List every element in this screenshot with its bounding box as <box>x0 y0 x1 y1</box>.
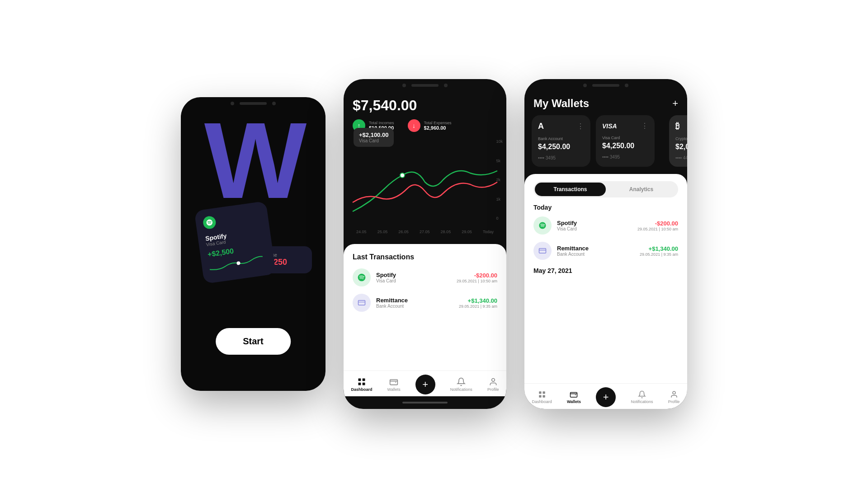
x-label-2505: 25.05 <box>377 230 388 234</box>
tooltip-amount: +$2,100.00 <box>359 131 388 138</box>
wallet-card-bank: A ⋮ Bank Account $4,250.00 •••• 3495 <box>532 115 590 167</box>
y-label-2k: 2k <box>496 178 503 182</box>
phone2-top <box>344 79 506 90</box>
wallets-panel: Transactions Analytics Today Spo <box>524 174 687 396</box>
svg-point-1 <box>400 173 405 178</box>
nav-notifications[interactable]: Notifications <box>450 377 472 392</box>
wallets-tx-remit-name: Remittance <box>557 245 634 252</box>
phone-3: My Wallets + A ⋮ Bank Account $4,250.00 … <box>524 79 687 409</box>
wcard-visa-dots[interactable]: ⋮ <box>641 122 648 130</box>
wcard-bank-type: Bank Account <box>538 136 584 141</box>
phone2-speaker <box>411 84 439 87</box>
svg-rect-14 <box>571 393 577 398</box>
svg-rect-12 <box>539 395 541 398</box>
phone-1: W Spotify Visa Card +$2,500 <box>181 97 326 391</box>
phone1-screen: W Spotify Visa Card +$2,500 <box>181 97 326 391</box>
profile-icon <box>489 377 498 386</box>
last-transactions-title: Last Transactions <box>353 253 497 261</box>
phone3-dot2 <box>625 84 628 87</box>
tx-remit-info: Remittance Bank Account <box>376 297 453 309</box>
wallets-nav-notifications[interactable]: Notifications <box>631 390 653 404</box>
wallets-add-button[interactable]: + <box>672 98 678 109</box>
wallets-tx-remit-right: +$1,340.00 29.05.2021 | 9:35 am <box>640 245 678 257</box>
svg-rect-2 <box>359 300 365 305</box>
y-label-1k: 1k <box>496 197 503 202</box>
tx-item-spotify: Spotify Visa Card -$200.00 29.05.2021 | … <box>353 268 497 286</box>
wallets-nav-add-button[interactable]: + <box>596 387 616 407</box>
wcard-bank-dots[interactable]: ⋮ <box>577 122 584 131</box>
x-label-2805: 28.05 <box>441 230 451 234</box>
wallets-notifications-icon <box>638 390 646 399</box>
y-label-10k: 10k <box>496 139 503 144</box>
wallets-nav-wallets-label: Wallets <box>567 399 581 404</box>
svg-point-0 <box>236 261 241 265</box>
wcard-crypto-balance: $2,040.00 <box>675 143 687 151</box>
tx-remit-right: +$1,340.00 29.05.2021 | 9:35 am <box>459 297 497 309</box>
wallets-nav-profile[interactable]: Profile <box>668 390 680 404</box>
notifications-icon <box>457 377 466 386</box>
wallets-tx-spotify-amount: -$200.00 <box>637 220 678 227</box>
nav-add-button[interactable]: + <box>415 375 435 394</box>
wallets-header: My Wallets + <box>524 90 687 115</box>
svg-point-8 <box>491 379 495 382</box>
nav-wallets-label: Wallets <box>387 387 401 392</box>
svg-rect-4 <box>363 379 365 381</box>
svg-rect-5 <box>359 383 361 385</box>
nav-dashboard[interactable]: Dashboard <box>351 377 373 392</box>
wallets-tx-remit-date: 29.05.2021 | 9:35 am <box>640 252 678 257</box>
wcard-bank-balance: $4,250.00 <box>538 143 584 151</box>
chart-y-labels: 10k 5k 2k 1k 0 <box>496 139 503 221</box>
tab-transactions[interactable]: Transactions <box>535 183 606 196</box>
dashboard-balance: $7,540.00 <box>353 97 497 114</box>
wallets-nav-wallets[interactable]: Wallets <box>567 390 581 404</box>
x-label-2405: 24.05 <box>356 230 367 234</box>
wallet-cards-row: A ⋮ Bank Account $4,250.00 •••• 3495 VIS… <box>524 115 687 167</box>
x-label-2605: 26.05 <box>398 230 409 234</box>
wcard-visa-balance: $4,250.00 <box>602 142 648 150</box>
phone2-dot1 <box>402 84 406 87</box>
w-letter: W <box>204 106 302 215</box>
dashboard-bottom-nav: Dashboard Wallets + <box>344 371 506 396</box>
wcard-crypto-type: Crypto Account <box>675 136 687 141</box>
svg-rect-3 <box>359 379 361 381</box>
svg-rect-6 <box>363 383 365 385</box>
wallets-tx-spotify-right: -$200.00 29.05.2021 | 10:50 am <box>637 220 678 231</box>
wallets-tx-spotify-name: Spotify <box>557 220 632 226</box>
wcard-bank-logo: A <box>538 122 544 131</box>
wcard-visa-top: VISA ⋮ <box>602 122 648 130</box>
nav-profile[interactable]: Profile <box>487 377 499 392</box>
nav-wallets[interactable]: Wallets <box>387 377 401 392</box>
nav-profile-label: Profile <box>487 387 499 392</box>
wcard-crypto-number: •••• 4422 <box>675 155 687 160</box>
tab-analytics[interactable]: Analytics <box>606 183 677 196</box>
income-label: Total Incomes <box>369 121 394 125</box>
expense-item: ↓ Total Expenses $2,960.00 <box>408 119 452 132</box>
wallets-tx-spotify-date: 29.05.2021 | 10:50 am <box>637 227 678 231</box>
may27-label: May 27, 2021 <box>533 267 678 274</box>
tx-remit-amount: +$1,340.00 <box>459 297 497 304</box>
svg-rect-7 <box>390 380 398 385</box>
start-button[interactable]: Start <box>216 328 291 355</box>
phone2-dot2 <box>444 84 448 87</box>
expense-label-text: Total Expenses <box>424 121 452 125</box>
wallets-tx-remit-icon <box>533 242 552 260</box>
today-section-label: Today <box>533 204 678 211</box>
x-label-2705: 27.05 <box>420 230 430 234</box>
phone2-home <box>402 402 448 404</box>
nav-dashboard-label: Dashboard <box>351 387 373 392</box>
tx-remit-icon <box>353 294 371 312</box>
wallet-card-crypto: ₿ ⋮ Crypto Account $2,040.00 •••• 4422 <box>669 115 687 167</box>
wallet-card-visa: VISA ⋮ Visa Card $4,250.00 •••• 3495 <box>596 115 655 167</box>
wallets-tx-remit-amount: +$1,340.00 <box>640 245 678 252</box>
svg-rect-10 <box>539 391 541 394</box>
phone-2: $7,540.00 ↑ Total Incomes $10,500.00 ↓ <box>344 79 506 409</box>
chart-x-labels: 24.05 25.05 26.05 27.05 28.05 29.05 Toda… <box>344 230 506 234</box>
wcard-crypto-top: ₿ ⋮ <box>675 122 687 131</box>
wallets-nav-dashboard[interactable]: Dashboard <box>532 390 552 404</box>
chart-area: 10k 5k 2k 1k 0 24.05 25.05 26.05 27.05 2… <box>344 139 506 239</box>
wallets-nav-notifications-label: Notifications <box>631 399 653 404</box>
tx-spotify-icon <box>353 268 371 286</box>
wallets-tx-spotify: Spotify Visa Card -$200.00 29.05.2021 | … <box>533 216 678 235</box>
wallets-tx-remit: Remittance Bank Account +$1,340.00 29.05… <box>533 242 678 260</box>
wallets-tx-spotify-info: Spotify Visa Card <box>557 220 632 231</box>
